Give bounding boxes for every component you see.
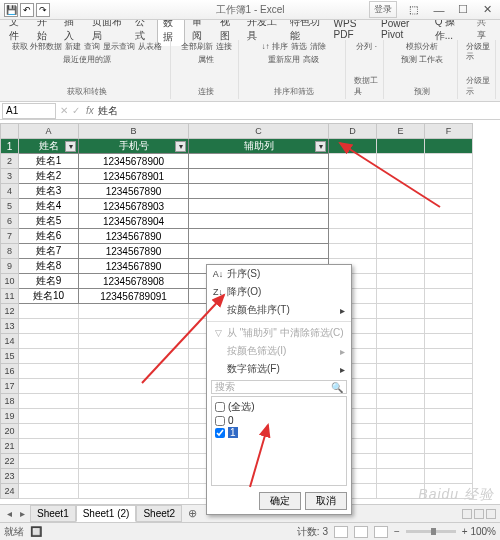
col-header[interactable]: C bbox=[189, 124, 329, 139]
number-filter-item[interactable]: 数字筛选(F)▸ bbox=[207, 360, 351, 378]
filter-ok-button[interactable]: 确定 bbox=[259, 492, 301, 510]
cell[interactable] bbox=[189, 154, 329, 169]
add-sheet-button[interactable]: ⊕ bbox=[184, 507, 201, 520]
redo-icon[interactable]: ↷ bbox=[36, 3, 50, 17]
row-header[interactable]: 15 bbox=[1, 349, 19, 364]
cell[interactable] bbox=[189, 229, 329, 244]
view-break-icon[interactable] bbox=[374, 526, 388, 538]
close-icon[interactable]: ✕ bbox=[478, 3, 496, 17]
sheet-tab[interactable]: Sheet1 (2) bbox=[76, 505, 137, 522]
hscroll-left[interactable] bbox=[462, 509, 472, 519]
login-button[interactable]: 登录 bbox=[369, 1, 397, 18]
row-header[interactable]: 6 bbox=[1, 214, 19, 229]
col-header[interactable]: A bbox=[19, 124, 79, 139]
row-header[interactable]: 18 bbox=[1, 394, 19, 409]
table-header-cell[interactable]: 姓名▾ bbox=[19, 139, 79, 154]
row-header[interactable]: 23 bbox=[1, 469, 19, 484]
sheet-nav-prev[interactable]: ◂ bbox=[4, 508, 15, 519]
ribbon-cmd[interactable]: 属性 bbox=[198, 55, 214, 65]
ribbon-cmd[interactable]: 清除 bbox=[310, 42, 326, 52]
row-header[interactable]: 22 bbox=[1, 454, 19, 469]
cell[interactable]: 1234567890 bbox=[79, 244, 189, 259]
cell[interactable]: 姓名5 bbox=[19, 214, 79, 229]
filter-dropdown-icon[interactable]: ▾ bbox=[65, 141, 76, 152]
table-header-cell[interactable]: 手机号▾ bbox=[79, 139, 189, 154]
cell[interactable] bbox=[189, 214, 329, 229]
cell[interactable] bbox=[189, 184, 329, 199]
row-header[interactable]: 24 bbox=[1, 484, 19, 499]
filter-opt-all[interactable]: (全选) bbox=[215, 400, 343, 414]
ribbon-cmd[interactable]: · bbox=[375, 42, 377, 52]
sheet-tab[interactable]: Sheet1 bbox=[30, 505, 76, 522]
cell[interactable]: 姓名4 bbox=[19, 199, 79, 214]
cell[interactable]: 12345678904 bbox=[79, 214, 189, 229]
cell[interactable]: 姓名6 bbox=[19, 229, 79, 244]
row-header[interactable]: 16 bbox=[1, 364, 19, 379]
row-header[interactable]: 7 bbox=[1, 229, 19, 244]
row-header[interactable]: 13 bbox=[1, 319, 19, 334]
filter-cancel-button[interactable]: 取消 bbox=[305, 492, 347, 510]
ribbon-cmd[interactable]: 高级 bbox=[303, 55, 319, 65]
ribbon-cmd[interactable]: 重新应用 bbox=[268, 55, 300, 65]
filter-dropdown-icon[interactable]: ▾ bbox=[175, 141, 186, 152]
row-header[interactable]: 8 bbox=[1, 244, 19, 259]
ribbon-cmd[interactable]: 筛选 bbox=[291, 42, 307, 52]
undo-icon[interactable]: ↶ bbox=[20, 3, 34, 17]
view-layout-icon[interactable] bbox=[354, 526, 368, 538]
cell[interactable] bbox=[189, 169, 329, 184]
row-header[interactable]: 12 bbox=[1, 304, 19, 319]
table-header-cell[interactable]: 辅助列▾ bbox=[189, 139, 329, 154]
view-normal-icon[interactable] bbox=[334, 526, 348, 538]
cell[interactable] bbox=[189, 244, 329, 259]
ribbon-cmd[interactable]: 分级显示 bbox=[466, 42, 491, 62]
col-header[interactable]: D bbox=[329, 124, 377, 139]
cell[interactable]: 12345678908 bbox=[79, 274, 189, 289]
hscroll-thumb[interactable] bbox=[474, 509, 484, 519]
zoom-out-icon[interactable]: − bbox=[394, 526, 400, 537]
ribbon-cmd[interactable]: 连接 bbox=[216, 42, 232, 52]
ribbon-options-icon[interactable]: ⬚ bbox=[409, 4, 418, 15]
col-header[interactable]: F bbox=[425, 124, 473, 139]
formula-input[interactable]: 姓名 bbox=[98, 104, 118, 118]
sheet-tab[interactable]: Sheet2 bbox=[136, 505, 182, 522]
cell[interactable]: 12345678903 bbox=[79, 199, 189, 214]
row-header[interactable]: 11 bbox=[1, 289, 19, 304]
sort-color-item[interactable]: 按颜色排序(T)▸ bbox=[207, 301, 351, 319]
sort-asc-item[interactable]: A↓升序(S) bbox=[207, 265, 351, 283]
row-header[interactable]: 5 bbox=[1, 199, 19, 214]
row-header[interactable]: 20 bbox=[1, 424, 19, 439]
spreadsheet-grid[interactable]: ABCDEF1姓名▾手机号▾辅助列▾2姓名1123456789003姓名2123… bbox=[0, 123, 500, 523]
ribbon-cmd[interactable]: 分列 bbox=[356, 42, 372, 52]
cell[interactable]: 1234567890 bbox=[79, 229, 189, 244]
fx-icon[interactable]: fx bbox=[86, 105, 94, 116]
sort-desc-item[interactable]: Z↓降序(O) bbox=[207, 283, 351, 301]
cell[interactable]: 姓名9 bbox=[19, 274, 79, 289]
ribbon-cmd[interactable]: 模拟分析 bbox=[406, 42, 438, 52]
cell[interactable]: 姓名8 bbox=[19, 259, 79, 274]
ribbon-cmd[interactable]: 排序 bbox=[272, 42, 288, 52]
zoom-label[interactable]: + 100% bbox=[462, 526, 496, 537]
cell[interactable]: 12345678900 bbox=[79, 154, 189, 169]
row-header[interactable]: 14 bbox=[1, 334, 19, 349]
ribbon-cmd[interactable]: 从表格 bbox=[138, 42, 162, 52]
name-box[interactable]: A1 bbox=[2, 103, 56, 119]
row-header[interactable]: 1 bbox=[1, 139, 19, 154]
row-header[interactable]: 19 bbox=[1, 409, 19, 424]
row-header[interactable]: 21 bbox=[1, 439, 19, 454]
row-header[interactable]: 4 bbox=[1, 184, 19, 199]
row-header[interactable]: 9 bbox=[1, 259, 19, 274]
row-header[interactable]: 3 bbox=[1, 169, 19, 184]
col-header[interactable]: E bbox=[377, 124, 425, 139]
hscroll-right[interactable] bbox=[486, 509, 496, 519]
cell[interactable]: 姓名10 bbox=[19, 289, 79, 304]
cell[interactable]: 姓名3 bbox=[19, 184, 79, 199]
filter-search-input[interactable]: 搜索🔍 bbox=[211, 380, 347, 394]
sheet-nav-next[interactable]: ▸ bbox=[17, 508, 28, 519]
ribbon-cmd[interactable]: 全部刷新 bbox=[181, 42, 213, 52]
zoom-slider[interactable] bbox=[406, 530, 456, 533]
minimize-icon[interactable]: — bbox=[430, 3, 448, 17]
ribbon-cmd[interactable]: 预测 工作表 bbox=[401, 55, 443, 65]
col-header[interactable] bbox=[1, 124, 19, 139]
cell[interactable]: 姓名2 bbox=[19, 169, 79, 184]
row-header[interactable]: 17 bbox=[1, 379, 19, 394]
